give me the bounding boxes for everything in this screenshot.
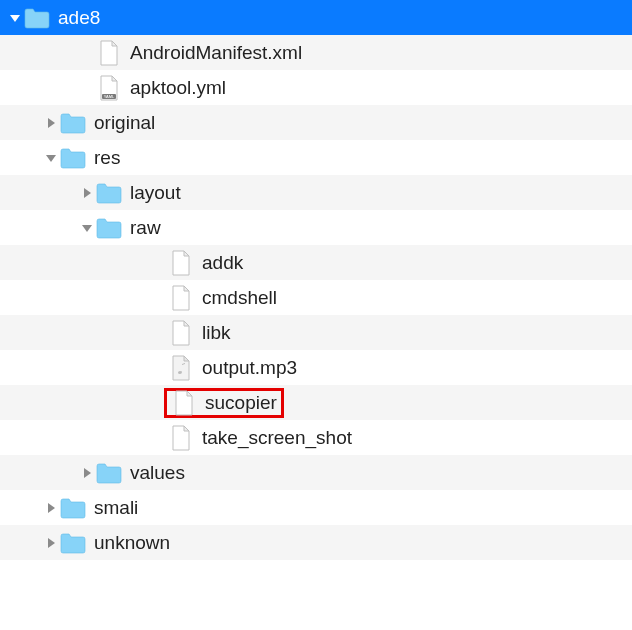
tree-item-label: original (94, 112, 155, 134)
folder-icon (96, 460, 122, 486)
chevron-right-icon[interactable] (80, 466, 94, 480)
tree-item-label: output.mp3 (202, 357, 297, 379)
tree-item-label: ade8 (58, 7, 100, 29)
tree-row[interactable]: original (0, 105, 632, 140)
tree-item-label: sucopier (205, 392, 277, 414)
file-icon (171, 390, 197, 416)
tree-row[interactable]: output.mp3 (0, 350, 632, 385)
tree-row[interactable]: ade8 (0, 0, 632, 35)
tree-item-label: raw (130, 217, 161, 239)
tree-row[interactable]: libk (0, 315, 632, 350)
tree-item-label: values (130, 462, 185, 484)
tree-row[interactable]: smali (0, 490, 632, 525)
tree-row[interactable]: values (0, 455, 632, 490)
tree-row[interactable]: cmdshell (0, 280, 632, 315)
tree-row[interactable]: YAMLapktool.yml (0, 70, 632, 105)
audio-icon (168, 355, 194, 381)
chevron-right-icon[interactable] (44, 501, 58, 515)
folder-icon (96, 215, 122, 241)
tree-row[interactable]: sucopier (0, 385, 632, 420)
tree-row[interactable]: res (0, 140, 632, 175)
folder-icon (60, 495, 86, 521)
chevron-right-icon[interactable] (80, 186, 94, 200)
folder-icon (60, 145, 86, 171)
chevron-right-icon[interactable] (44, 536, 58, 550)
chevron-down-icon[interactable] (80, 221, 94, 235)
tree-item-label: take_screen_shot (202, 427, 352, 449)
tree-item-label: cmdshell (202, 287, 277, 309)
tree-item-label: AndroidManifest.xml (130, 42, 302, 64)
tree-item-label: unknown (94, 532, 170, 554)
disclosure-spacer (80, 81, 94, 95)
file-icon (168, 285, 194, 311)
tree-row[interactable]: AndroidManifest.xml (0, 35, 632, 70)
chevron-right-icon[interactable] (44, 116, 58, 130)
tree-row[interactable]: take_screen_shot (0, 420, 632, 455)
chevron-down-icon[interactable] (8, 11, 22, 25)
file-icon (168, 320, 194, 346)
yaml-icon: YAML (96, 75, 122, 101)
disclosure-spacer (80, 46, 94, 60)
file-icon (168, 425, 194, 451)
highlight-box: sucopier (164, 388, 284, 418)
folder-icon (96, 180, 122, 206)
tree-item-label: layout (130, 182, 181, 204)
tree-row[interactable]: addk (0, 245, 632, 280)
folder-icon (60, 530, 86, 556)
disclosure-spacer (152, 256, 166, 270)
svg-text:YAML: YAML (104, 94, 115, 99)
disclosure-spacer (152, 361, 166, 375)
tree-item-label: res (94, 147, 120, 169)
tree-item-label: smali (94, 497, 138, 519)
folder-icon (24, 5, 50, 31)
file-icon (96, 40, 122, 66)
tree-item-label: apktool.yml (130, 77, 226, 99)
folder-icon (60, 110, 86, 136)
chevron-down-icon[interactable] (44, 151, 58, 165)
tree-row[interactable]: unknown (0, 525, 632, 560)
file-tree: ade8AndroidManifest.xmlYAMLapktool.ymlor… (0, 0, 632, 560)
disclosure-spacer (152, 326, 166, 340)
disclosure-spacer (152, 291, 166, 305)
file-icon (168, 250, 194, 276)
disclosure-spacer (152, 431, 166, 445)
tree-item-label: addk (202, 252, 243, 274)
tree-row[interactable]: raw (0, 210, 632, 245)
tree-row[interactable]: layout (0, 175, 632, 210)
tree-item-label: libk (202, 322, 231, 344)
